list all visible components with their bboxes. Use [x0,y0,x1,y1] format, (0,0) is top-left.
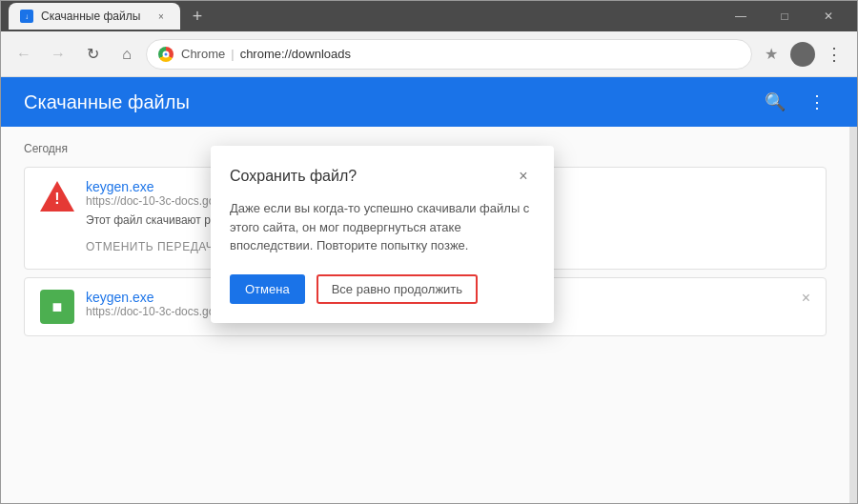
window-controls: — □ ✕ [720,1,849,31]
bookmark-button[interactable]: ★ [756,39,786,70]
refresh-button[interactable]: ↻ [77,39,108,70]
browser-menu-button[interactable]: ⋮ [819,39,849,70]
page-title: Скачанные файлы [24,91,190,113]
header-actions: 🔍 ⋮ [758,85,834,119]
forward-button[interactable]: → [43,39,73,70]
new-tab-button[interactable]: + [184,3,211,30]
maximize-button[interactable]: □ [764,1,806,31]
save-file-dialog: Сохранить файл? × Даже если вы когда-то … [211,146,554,323]
header-search-button[interactable]: 🔍 [758,85,792,119]
dialog-title: Сохранить файл? [230,168,357,185]
dialog-header: Сохранить файл? × [230,165,535,188]
minimize-button[interactable]: — [720,1,762,31]
close-button[interactable]: ✕ [807,1,849,31]
browser-window: ↓ Скачанные файлы × + — □ ✕ ← → ↻ ⌂ Chro… [0,0,858,504]
page-header: Скачанные файлы 🔍 ⋮ [1,77,857,127]
home-button[interactable]: ⌂ [112,39,142,70]
titlebar: ↓ Скачанные файлы × + — □ ✕ [1,1,857,31]
browser-brand-label: Chrome [181,47,225,61]
tab-favicon: ↓ [20,10,33,23]
url-display: Chrome | chrome://downloads [181,47,351,61]
back-button[interactable]: ← [9,39,39,70]
address-bar[interactable]: Chrome | chrome://downloads [146,39,752,70]
active-tab[interactable]: ↓ Скачанные файлы × [9,3,180,30]
dialog-cancel-button[interactable]: Отмена [230,274,305,304]
dialog-overlay: Сохранить файл? × Даже если вы когда-то … [1,127,857,503]
dialog-actions: Отмена Все равно продолжить [230,274,535,304]
browser-toolbar: ← → ↻ ⌂ Chrome | chrome://downloads ★ ⋮ [1,31,857,77]
dialog-close-button[interactable]: × [512,165,535,188]
tab-close-button[interactable]: × [153,9,169,24]
dialog-continue-button[interactable]: Все равно продолжить [317,274,478,304]
dialog-body: Даже если вы когда-то успешно скачивали … [230,199,535,255]
header-menu-button[interactable]: ⋮ [800,85,834,119]
chrome-logo-icon [158,47,174,62]
page-content: Сегодня ! keygen.exe https://doc-10-3c-d… [1,127,857,503]
user-avatar[interactable] [790,42,815,67]
url-text: chrome://downloads [240,47,351,61]
tab-title: Скачанные файлы [41,10,140,23]
